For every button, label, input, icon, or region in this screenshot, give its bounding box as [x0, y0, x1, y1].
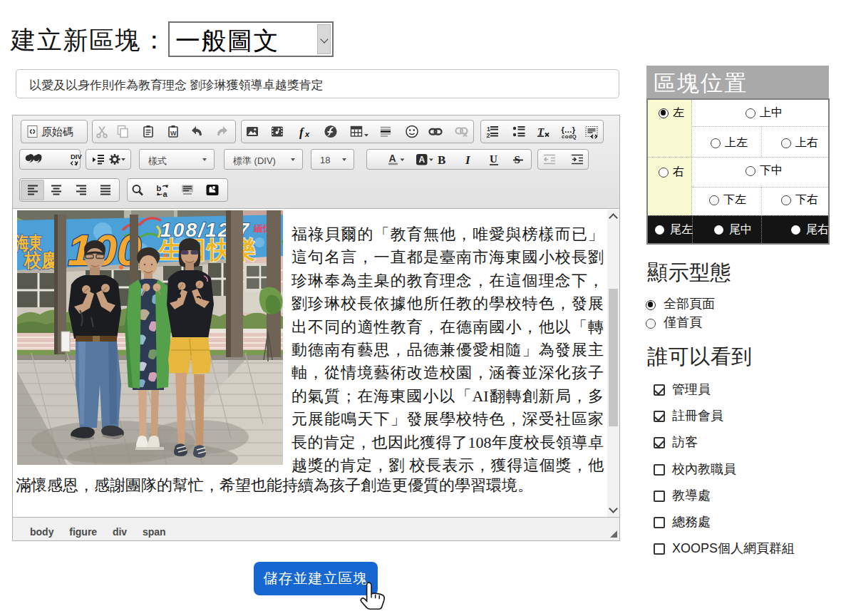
svg-text:I: I	[465, 153, 471, 167]
svg-text:DIV: DIV	[71, 153, 83, 160]
svg-text:2: 2	[487, 132, 490, 139]
svg-text:B: B	[438, 153, 445, 167]
svg-text:1: 1	[487, 125, 490, 133]
svg-text:T: T	[537, 126, 545, 138]
svg-text:codQ: codQ	[562, 133, 577, 140]
svg-text:S: S	[515, 154, 520, 165]
svg-text:U: U	[490, 153, 497, 165]
svg-text:原始碼: 原始碼	[41, 125, 73, 138]
svg-text:a: a	[163, 190, 168, 198]
svg-text:x: x	[304, 130, 310, 138]
svg-text:f: f	[299, 125, 305, 139]
svg-text:b: b	[157, 184, 162, 192]
svg-text:校慶: 校慶	[24, 250, 58, 270]
svg-text:A: A	[389, 153, 396, 164]
svg-text:W: W	[170, 130, 177, 137]
svg-text:A: A	[419, 155, 425, 165]
